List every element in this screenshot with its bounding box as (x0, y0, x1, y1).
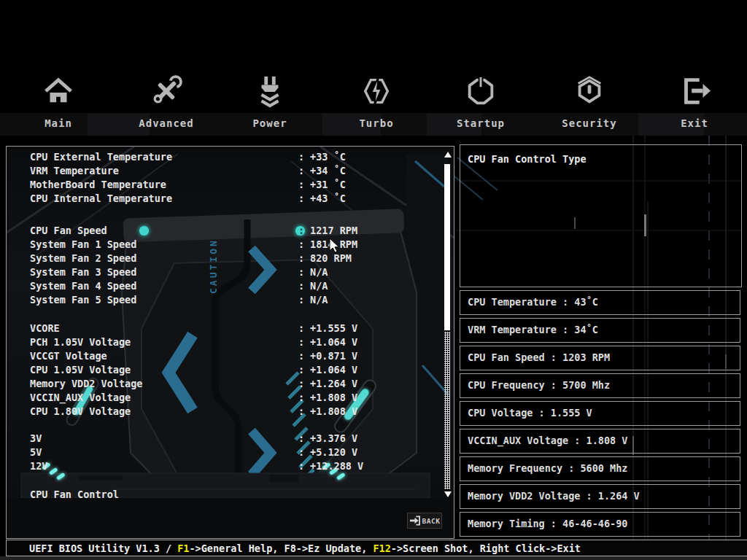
scrollbar-thumb[interactable] (444, 164, 450, 330)
status-label: CPU Frequency (468, 379, 545, 391)
status-row: VCCIN_AUX Voltage : 1.808 V (460, 429, 740, 454)
row-colon: : (298, 265, 304, 279)
row-colon: : (298, 459, 304, 473)
row-label: 12V (30, 459, 47, 473)
nav-item-exit[interactable]: Exit (643, 74, 746, 129)
status-label: CPU Temperature (468, 296, 557, 308)
tools-icon (150, 74, 183, 108)
monitor-row: PCH 1.05V Voltage : +1.064 V (7, 335, 415, 349)
row-colon: : (298, 279, 304, 293)
row-colon: : (298, 238, 304, 252)
row-colon: : (298, 432, 304, 446)
back-button[interactable]: BACK (407, 513, 442, 529)
back-arrow-icon (409, 516, 420, 526)
row-label: VRM Temperature (30, 164, 119, 178)
row-label: MotherBoard Temperature (30, 178, 166, 192)
row-label: PCH 1.05V Voltage (30, 335, 131, 349)
status-label: Memory Timing (468, 518, 545, 529)
nav-item-turbo[interactable]: Turbo (325, 74, 427, 129)
row-colon: : (298, 391, 304, 405)
row-label: 5V (30, 446, 42, 459)
row-label: CPU External Temperature (30, 150, 172, 164)
monitor-row: System Fan 5 Speed : N/A (7, 293, 415, 307)
status-label: Memory Frequency (468, 462, 562, 474)
hotkey-f1: F1 (177, 542, 189, 554)
status-text: ->General Help, F8->Ez Update, (189, 542, 373, 554)
status-separator: : (533, 407, 550, 419)
voltage-section: VCORE : +1.555 V PCH 1.05V Voltage : +1.… (7, 322, 415, 419)
status-stack: CPU Temperature : 43˚CVRM Temperature : … (460, 290, 740, 540)
row-colon: : (298, 363, 304, 377)
monitor-row: VCCGT Voltage : +0.871 V (7, 349, 415, 363)
row-value: +1.064 V (310, 363, 357, 377)
home-icon (42, 74, 75, 108)
nav-label: Security (538, 117, 640, 129)
status-separator: : (580, 490, 597, 502)
nav-item-advanced[interactable]: Advanced (115, 74, 217, 129)
exit-door-icon (678, 74, 711, 108)
temperature-section: CPU External Temperature : +33 ˚C VRM Te… (7, 150, 415, 206)
row-value: N/A (310, 279, 328, 293)
status-text: UEFI BIOS Utility V1.3 / (29, 542, 177, 554)
nav-label: Turbo (325, 117, 427, 129)
status-separator: : (545, 379, 562, 391)
scroll-down-arrow[interactable] (444, 491, 452, 497)
row-label: CPU 1.80V Voltage (30, 405, 131, 419)
status-separator: : (562, 462, 580, 474)
status-separator: : (557, 324, 574, 335)
status-row: Memory Timing : 46-46-46-90 (460, 512, 740, 537)
status-separator: : (568, 435, 586, 446)
row-label: System Fan 1 Speed (30, 238, 136, 252)
status-value: 5600 Mhz (580, 462, 627, 474)
row-label: System Fan 5 Speed (30, 293, 136, 307)
monitor-row: CPU External Temperature : +33 ˚C (7, 150, 415, 164)
row-label: VCCIN_AUX Voltage (30, 391, 131, 405)
fan-control-section: CPU Fan Control (7, 488, 415, 502)
scrollbar-track[interactable] (444, 332, 450, 489)
status-value: 46-46-46-90 (562, 518, 627, 529)
row-value: +1.064 V (310, 335, 357, 349)
help-title: CPU Fan Control Type (460, 145, 741, 165)
mouse-cursor (329, 238, 339, 253)
status-bar: UEFI BIOS Utility V1.3 / F1->General Hel… (6, 540, 747, 556)
nav-item-startup[interactable]: Startup (430, 74, 532, 129)
row-value: +1.808 V (310, 405, 357, 419)
monitor-row[interactable]: CPU Fan Speed : 1217 RPM (7, 224, 415, 238)
status-row: CPU Temperature : 43˚C (460, 290, 740, 315)
monitor-row: CPU Internal Temperature : +43 ˚C (7, 192, 415, 206)
monitor-row: System Fan 1 Speed : 1814 RPM (7, 238, 415, 252)
row-colon: : (298, 164, 304, 178)
selection-dot-icon (139, 226, 149, 236)
nav-label: Power (219, 117, 321, 129)
status-row: Memory Frequency : 5600 Mhz (460, 456, 740, 481)
row-value: +34 ˚C (310, 164, 346, 178)
status-row: CPU Fan Speed : 1203 RPM (460, 346, 740, 370)
status-separator: : (545, 518, 562, 529)
row-colon: : (298, 377, 304, 391)
row-colon: : (298, 349, 304, 363)
help-box: CPU Fan Control Type (460, 144, 742, 287)
row-colon: : (298, 335, 304, 349)
row-colon: : (298, 293, 304, 307)
cpu-fan-control-item[interactable]: CPU Fan Control (7, 488, 415, 502)
row-value: +5.120 V (310, 446, 357, 459)
row-colon: : (298, 224, 304, 238)
row-value: +3.376 V (310, 432, 357, 446)
scrollbar[interactable] (444, 150, 452, 505)
nav-item-main[interactable]: Main (7, 74, 109, 129)
nav-item-security[interactable]: Security (538, 74, 640, 129)
row-label: CPU Fan Control (30, 488, 119, 502)
row-colon: : (298, 252, 304, 265)
scroll-up-arrow[interactable] (444, 152, 452, 158)
status-row: VRM Temperature : 34˚C (460, 318, 740, 343)
hw-monitor-panel: CAUTION (6, 146, 454, 539)
fan-speed-section: CPU Fan Speed : 1217 RPM System Fan 1 Sp… (7, 224, 415, 307)
status-value: 1.808 V (587, 435, 628, 446)
status-value: 1.264 V (598, 490, 640, 502)
row-colon: : (298, 192, 304, 206)
status-value: 5700 Mhz (562, 379, 610, 391)
row-value: N/A (310, 293, 328, 307)
nav-item-power[interactable]: Power (219, 74, 321, 129)
row-value: +1.555 V (310, 322, 357, 335)
monitor-row: VRM Temperature : +34 ˚C (7, 164, 415, 178)
